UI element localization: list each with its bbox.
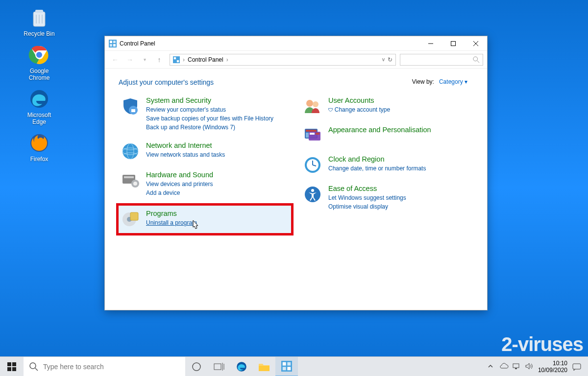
category-ease: Ease of Access Let Windows suggest setti… — [301, 183, 473, 212]
svg-point-51 — [30, 363, 36, 369]
maximize-button[interactable] — [442, 36, 465, 51]
desktop-icon-firefox[interactable]: Firefox — [15, 132, 64, 163]
desktop-icon-recycle-bin[interactable]: Recycle Bin — [15, 7, 64, 37]
task-view-button[interactable] — [208, 357, 230, 376]
taskbar-clock[interactable]: 10:10 10/09/2020 — [538, 360, 567, 374]
svg-point-34 — [313, 101, 318, 107]
svg-rect-17 — [174, 57, 176, 59]
forward-button[interactable]: → — [123, 53, 136, 66]
firefox-icon — [28, 132, 50, 154]
category-link[interactable]: Let Windows suggest settings — [328, 193, 406, 202]
category-title[interactable]: Clock and Region — [328, 155, 426, 163]
system-security-icon — [121, 96, 140, 116]
breadcrumb-sep: › — [183, 56, 185, 63]
svg-point-23 — [122, 143, 138, 159]
svg-rect-32 — [130, 212, 138, 220]
category-title[interactable]: Hardware and Sound — [146, 171, 213, 179]
svg-point-53 — [193, 363, 200, 371]
network-icon — [121, 141, 140, 161]
uninstall-program-link[interactable]: Uninstall a program — [146, 218, 197, 227]
desktop-icon-chrome[interactable]: Google Chrome — [15, 44, 64, 81]
svg-rect-8 — [110, 41, 112, 43]
tray-chevron-icon[interactable] — [487, 363, 495, 371]
control-panel-icon — [173, 56, 180, 63]
category-title[interactable]: User Accounts — [328, 96, 390, 104]
svg-rect-39 — [310, 133, 315, 135]
control-panel-icon — [109, 40, 117, 47]
category-title[interactable]: Programs — [146, 210, 197, 217]
start-button[interactable] — [0, 357, 24, 376]
programs-icon — [121, 210, 140, 229]
desktop-icon-edge[interactable]: Microsoft Edge — [15, 88, 64, 125]
svg-rect-22 — [131, 109, 135, 112]
address-bar[interactable]: › Control Panel › v ↻ — [170, 54, 396, 66]
svg-rect-50 — [12, 367, 16, 371]
volume-icon[interactable] — [525, 363, 533, 371]
category-link[interactable]: Review your computer's status — [146, 105, 273, 114]
category-title[interactable]: Ease of Access — [328, 185, 406, 192]
category-title[interactable]: System and Security — [146, 96, 273, 104]
window-title: Control Panel — [120, 40, 155, 47]
recent-dropdown[interactable]: ▾ — [138, 53, 151, 66]
desktop-icon-label: Microsoft Edge — [15, 112, 64, 125]
desktop-icon-label: Recycle Bin — [15, 30, 64, 37]
back-button[interactable]: ← — [109, 53, 122, 66]
up-button[interactable]: ↑ — [153, 53, 166, 66]
svg-rect-11 — [113, 44, 116, 47]
taskbar-app-explorer[interactable] — [253, 357, 275, 376]
taskbar-search[interactable]: Type here to search — [24, 357, 185, 376]
svg-rect-65 — [515, 368, 517, 369]
view-by-dropdown[interactable]: Category ▾ — [439, 78, 467, 85]
address-dropdown-icon[interactable]: v — [382, 57, 385, 62]
onedrive-icon[interactable] — [500, 363, 508, 371]
taskbar: Type here to search 10:10 10/09/2020 — [0, 356, 588, 376]
watermark: 2-viruses — [501, 333, 583, 355]
svg-rect-40 — [316, 133, 319, 135]
edge-icon — [28, 88, 50, 110]
clock-date: 10/09/2020 — [538, 367, 567, 374]
category-title[interactable]: Network and Internet — [146, 141, 225, 149]
category-appearance: Appearance and Personalisation — [301, 124, 473, 147]
svg-point-29 — [133, 182, 137, 186]
breadcrumb-root[interactable]: Control Panel — [188, 56, 223, 63]
taskbar-app-control-panel[interactable] — [275, 357, 298, 376]
breadcrumb-sep: › — [226, 56, 228, 63]
search-input[interactable] — [400, 54, 483, 66]
category-link[interactable]: Add a device — [146, 188, 213, 197]
svg-rect-54 — [214, 364, 221, 370]
network-tray-icon[interactable] — [513, 363, 520, 371]
svg-rect-13 — [451, 41, 456, 46]
category-link[interactable]: Save backup copies of your files with Fi… — [146, 114, 273, 123]
ease-of-access-icon — [303, 185, 322, 204]
clock-time: 10:10 — [538, 360, 567, 367]
clock-icon — [303, 155, 322, 175]
search-icon — [473, 56, 480, 63]
category-link[interactable]: View devices and printers — [146, 180, 213, 188]
hardware-icon — [121, 171, 140, 190]
svg-point-46 — [311, 189, 314, 192]
category-hardware: Hardware and Sound View devices and prin… — [119, 169, 291, 199]
action-center-icon[interactable] — [572, 363, 583, 371]
category-clock: Clock and Region Change date, time or nu… — [301, 154, 473, 176]
svg-rect-49 — [7, 367, 11, 371]
category-link[interactable]: Optimise visual display — [328, 202, 406, 211]
category-link[interactable]: View network status and tasks — [146, 150, 225, 159]
system-tray: 10:10 10/09/2020 — [482, 360, 588, 374]
minimize-button[interactable] — [419, 36, 442, 51]
svg-rect-48 — [12, 362, 16, 366]
svg-point-19 — [473, 56, 478, 61]
category-title[interactable]: Appearance and Personalisation — [328, 126, 431, 134]
left-column: System and Security Review your computer… — [119, 95, 291, 240]
taskbar-app-edge[interactable] — [230, 357, 253, 376]
category-link[interactable]: Change account type — [328, 105, 390, 115]
content-area: Adjust your computer's settings View by:… — [105, 69, 487, 250]
close-button[interactable] — [465, 36, 487, 51]
refresh-button[interactable]: ↻ — [388, 56, 392, 63]
category-link[interactable]: Change date, time or number formats — [328, 164, 426, 173]
svg-rect-66 — [573, 364, 581, 369]
search-icon — [29, 362, 38, 371]
svg-rect-9 — [113, 41, 116, 43]
cortana-button[interactable] — [185, 357, 208, 376]
category-link[interactable]: Back up and Restore (Windows 7) — [146, 123, 273, 132]
category-system-security: System and Security Review your computer… — [119, 95, 291, 133]
